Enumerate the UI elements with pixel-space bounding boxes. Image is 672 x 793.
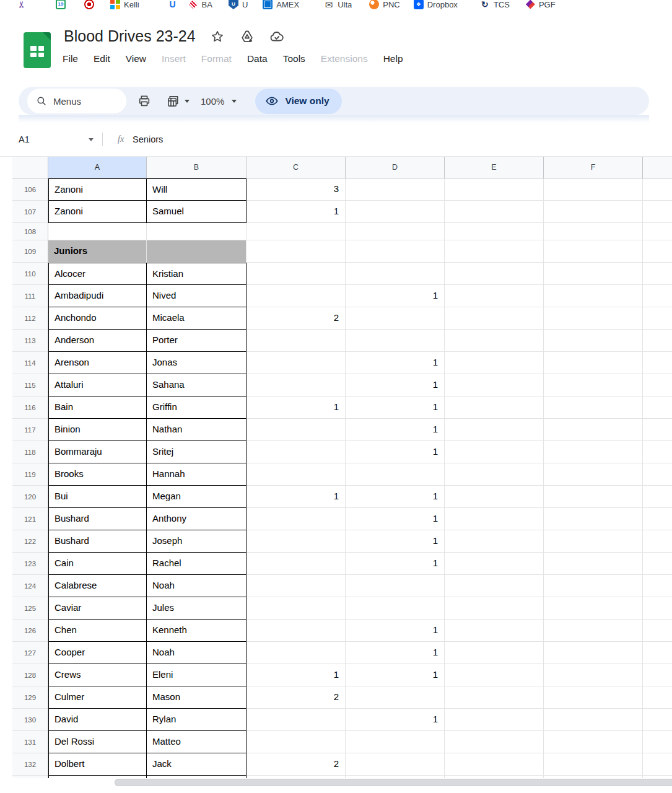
drive-shortcut-icon[interactable] xyxy=(239,28,255,45)
cell-F119[interactable] xyxy=(544,463,643,486)
view-only-chip[interactable]: View only xyxy=(255,89,341,114)
cell-D125[interactable] xyxy=(346,597,445,620)
cell-D132[interactable] xyxy=(346,753,445,776)
column-header-G[interactable] xyxy=(643,157,672,178)
cell-D127[interactable]: 1 xyxy=(346,642,445,664)
cell-A121[interactable]: Bushard xyxy=(48,508,147,530)
cell-B114[interactable]: Jonas xyxy=(147,352,247,374)
cell-F110[interactable] xyxy=(544,263,643,285)
cell-G119[interactable] xyxy=(643,463,672,486)
row-header-111[interactable]: 111 xyxy=(12,285,48,307)
cell-D131[interactable] xyxy=(346,731,445,753)
row-header-132[interactable]: 132 xyxy=(12,753,48,776)
cell-C128[interactable]: 1 xyxy=(247,664,346,686)
cloud-saved-icon[interactable] xyxy=(269,28,285,45)
column-header-A[interactable]: A xyxy=(48,157,147,178)
row-header-112[interactable]: 112 xyxy=(12,307,48,330)
cell-C127[interactable] xyxy=(247,642,346,664)
cell-D108[interactable] xyxy=(346,223,445,240)
bookmark-BA[interactable]: BA xyxy=(189,0,212,11)
cell-D110[interactable] xyxy=(346,263,445,285)
cell-B117[interactable]: Nathan xyxy=(147,419,247,441)
cell-D114[interactable]: 1 xyxy=(346,352,445,374)
cell-E123[interactable] xyxy=(445,553,544,575)
cell-D115[interactable]: 1 xyxy=(346,374,445,396)
cell-D124[interactable] xyxy=(346,575,445,597)
cell-E129[interactable] xyxy=(445,686,544,709)
cell-G115[interactable] xyxy=(643,374,672,396)
cell-B132[interactable]: Jack xyxy=(147,753,247,776)
bookmark-Kelli[interactable]: Kelli xyxy=(110,0,139,11)
row-header-124[interactable]: 124 xyxy=(12,575,48,597)
menu-insert[interactable]: Insert xyxy=(162,53,186,64)
cell-F125[interactable] xyxy=(544,597,643,620)
column-header-D[interactable]: D xyxy=(346,157,445,178)
cell-F132[interactable] xyxy=(544,753,643,776)
cell-C129[interactable]: 2 xyxy=(247,686,346,709)
cell-C126[interactable] xyxy=(247,620,346,642)
cell-C119[interactable] xyxy=(247,463,346,486)
cell-G118[interactable] xyxy=(643,441,672,463)
row-header-107[interactable]: 107 xyxy=(12,201,48,223)
cell-C111[interactable] xyxy=(247,285,346,307)
menu-edit[interactable]: Edit xyxy=(94,53,110,64)
cell-D130[interactable]: 1 xyxy=(346,709,445,731)
cell-C124[interactable] xyxy=(247,575,346,597)
cell-B111[interactable]: Nived xyxy=(147,285,247,307)
cell-A118[interactable]: Bommaraju xyxy=(48,441,147,463)
cell-F113[interactable] xyxy=(544,330,643,352)
cell-A113[interactable]: Anderson xyxy=(48,330,147,352)
menu-data[interactable]: Data xyxy=(247,53,268,64)
cell-C120[interactable]: 1 xyxy=(247,486,346,508)
bookmark-Dropbox[interactable]: ❖Dropbox xyxy=(414,0,458,11)
cell-E127[interactable] xyxy=(445,642,544,664)
cell-E116[interactable] xyxy=(445,396,544,419)
cell-B123[interactable]: Rachel xyxy=(147,553,247,575)
menus-search-button[interactable]: Menus xyxy=(27,89,126,113)
cell-B125[interactable]: Jules xyxy=(147,597,247,620)
cell-B120[interactable]: Megan xyxy=(147,486,247,508)
cell-A125[interactable]: Caviar xyxy=(48,597,147,620)
cell-C125[interactable] xyxy=(247,597,346,620)
cell-D111[interactable]: 1 xyxy=(346,285,445,307)
cell-B107[interactable]: Samuel xyxy=(147,201,247,223)
cell-D121[interactable]: 1 xyxy=(346,508,445,530)
cell-C131[interactable] xyxy=(247,731,346,753)
cell-B112[interactable]: Micaela xyxy=(147,307,247,330)
cell-A108[interactable] xyxy=(48,223,147,240)
cell-F106[interactable] xyxy=(544,178,643,201)
row-header-130[interactable]: 130 xyxy=(12,709,48,731)
cell-B126[interactable]: Kenneth xyxy=(147,620,247,642)
cell-C121[interactable] xyxy=(247,508,346,530)
cell-C114[interactable] xyxy=(247,352,346,374)
cell-A106[interactable]: Zanoni xyxy=(48,178,147,201)
row-header-129[interactable]: 129 xyxy=(12,686,48,709)
bookmark-AMEX[interactable]: AMEX xyxy=(263,0,299,11)
row-header-117[interactable]: 117 xyxy=(12,419,48,441)
cell-D128[interactable]: 1 xyxy=(346,664,445,686)
cell-G132[interactable] xyxy=(643,753,672,776)
cell-A129[interactable]: Culmer xyxy=(48,686,147,709)
cell-A111[interactable]: Ambadipudi xyxy=(48,285,147,307)
cell-C107[interactable]: 1 xyxy=(247,201,346,223)
cell-G106[interactable] xyxy=(643,178,672,201)
cell-G124[interactable] xyxy=(643,575,672,597)
cell-G128[interactable] xyxy=(643,664,672,686)
cell-A117[interactable]: Binion xyxy=(48,419,147,441)
bookmark-TCS[interactable]: ↻TCS xyxy=(480,0,510,11)
cell-F126[interactable] xyxy=(544,620,643,642)
cell-E109[interactable] xyxy=(445,240,544,263)
cell-F111[interactable] xyxy=(544,285,643,307)
cell-E114[interactable] xyxy=(445,352,544,374)
cell-G121[interactable] xyxy=(643,508,672,530)
cell-B131[interactable]: Matteo xyxy=(147,731,247,753)
cell-G126[interactable] xyxy=(643,620,672,642)
cell-B122[interactable]: Joseph xyxy=(147,530,247,553)
row-header-110[interactable]: 110 xyxy=(12,263,48,285)
horizontal-scrollbar-thumb[interactable] xyxy=(115,779,672,786)
cell-D119[interactable] xyxy=(346,463,445,486)
cell-G108[interactable] xyxy=(643,223,672,240)
cell-E111[interactable] xyxy=(445,285,544,307)
cell-F129[interactable] xyxy=(544,686,643,709)
print-icon[interactable] xyxy=(134,90,155,112)
